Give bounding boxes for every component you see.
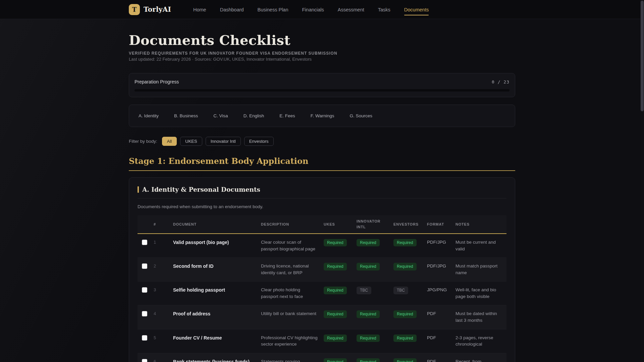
brand-name: TorlyAI bbox=[144, 5, 171, 13]
badge-envestors-required: Required bbox=[393, 263, 417, 270]
filter-button-ukes[interactable]: UKES bbox=[180, 137, 202, 146]
ukes-requirement-cell: Required bbox=[324, 263, 357, 270]
document-format: PDF/JPG bbox=[427, 239, 455, 246]
progress-label: Preparation Progress bbox=[135, 79, 179, 84]
document-notes: Recent, from bbox=[455, 358, 506, 362]
nav-item-tasks[interactable]: Tasks bbox=[378, 1, 390, 18]
document-name: Selfie holding passport bbox=[173, 287, 261, 293]
section-title: A. Identity & Personal Documents bbox=[142, 186, 260, 193]
ukes-requirement-cell: Required bbox=[324, 310, 357, 318]
row-number: 2 bbox=[154, 263, 173, 269]
document-description: Utility bill or bank statement bbox=[261, 310, 324, 317]
column-header-description: DESCRIPTION bbox=[261, 218, 324, 231]
column-header-notes: NOTES bbox=[455, 218, 506, 231]
document-notes: Must be dated within last 3 months bbox=[455, 310, 506, 323]
progress-counter: 0 / 23 bbox=[492, 79, 509, 84]
badge-innovator-intl-required: Required bbox=[357, 263, 380, 270]
nav-item-home[interactable]: Home bbox=[193, 1, 206, 18]
badge-envestors-required: Required bbox=[393, 358, 417, 362]
badge-envestors-tbc: TBC bbox=[393, 287, 408, 294]
filter-button-all[interactable]: All bbox=[162, 137, 177, 146]
section-accent-bar bbox=[138, 186, 139, 193]
top-navbar: T TorlyAI HomeDashboardBusiness PlanFina… bbox=[0, 0, 644, 19]
badge-envestors-required: Required bbox=[393, 335, 417, 342]
page-title: Documents Checklist bbox=[129, 32, 515, 48]
scrollbar-thumb[interactable] bbox=[641, 1, 644, 111]
tab-a-identity[interactable]: A. Identity bbox=[139, 113, 159, 118]
document-notes: Must be current and valid bbox=[455, 239, 506, 252]
badge-innovator-intl-required: Required bbox=[357, 239, 380, 246]
document-checkbox[interactable] bbox=[142, 287, 147, 293]
filter-button-innovator-intl[interactable]: Innovator Intl bbox=[206, 137, 241, 146]
header-checkbox-col bbox=[138, 221, 154, 228]
checkbox-cell bbox=[138, 287, 154, 293]
document-checkbox[interactable] bbox=[142, 359, 147, 362]
tab-f-warnings[interactable]: F. Warnings bbox=[311, 113, 334, 118]
document-format: PDF bbox=[427, 335, 455, 341]
table-row: 5Founder CV / ResumeProfessional CV high… bbox=[138, 329, 506, 353]
innovator-intl-requirement-cell: Required bbox=[357, 263, 393, 270]
documents-table: #DOCUMENTDESCRIPTIONUKESINNOVATOR INTLEN… bbox=[138, 215, 506, 362]
nav-item-documents[interactable]: Documents bbox=[404, 1, 429, 18]
document-checkbox[interactable] bbox=[142, 263, 147, 269]
nav-links: HomeDashboardBusiness PlanFinancialsAsse… bbox=[193, 1, 429, 18]
nav-item-dashboard[interactable]: Dashboard bbox=[220, 1, 244, 18]
document-notes: Must match passport name bbox=[455, 263, 506, 276]
innovator-intl-requirement-cell: TBC bbox=[357, 287, 393, 294]
tab-b-business[interactable]: B. Business bbox=[174, 113, 198, 118]
nav-item-business-plan[interactable]: Business Plan bbox=[258, 1, 288, 18]
table-row: 3Selfie holding passportClear photo hold… bbox=[138, 282, 506, 305]
document-checkbox[interactable] bbox=[142, 240, 147, 245]
row-number: 3 bbox=[154, 287, 173, 293]
badge-ukes-required: Required bbox=[324, 358, 347, 362]
tab-e-fees[interactable]: E. Fees bbox=[279, 113, 295, 118]
checkbox-cell bbox=[138, 263, 154, 269]
table-row: 1Valid passport (bio page)Clear colour s… bbox=[138, 234, 506, 258]
document-format: PDF bbox=[427, 358, 455, 362]
document-name: Valid passport (bio page) bbox=[173, 239, 261, 246]
badge-ukes-required: Required bbox=[324, 310, 347, 318]
badge-envestors-required: Required bbox=[393, 239, 417, 246]
envestors-requirement-cell: Required bbox=[393, 263, 427, 270]
progress-card: Preparation Progress 0 / 23 bbox=[129, 73, 515, 97]
document-checkbox[interactable] bbox=[142, 311, 147, 316]
tab-c-visa[interactable]: C. Visa bbox=[213, 113, 228, 118]
badge-ukes-required: Required bbox=[324, 335, 347, 342]
scrollbar[interactable] bbox=[640, 0, 644, 362]
badge-innovator-intl-required: Required bbox=[357, 310, 380, 318]
innovator-intl-requirement-cell: Required bbox=[357, 310, 393, 318]
document-checkbox[interactable] bbox=[142, 335, 147, 341]
section-card-identity: A. Identity & Personal Documents Documen… bbox=[129, 177, 515, 362]
checkbox-cell bbox=[138, 335, 154, 341]
progress-bar bbox=[135, 89, 509, 92]
envestors-requirement-cell: Required bbox=[393, 358, 427, 362]
tab-d-english[interactable]: D. English bbox=[244, 113, 264, 118]
nav-item-financials[interactable]: Financials bbox=[302, 1, 324, 18]
checkbox-cell bbox=[138, 358, 154, 362]
table-row: 6Bank statements (business funds)Stateme… bbox=[138, 353, 506, 362]
innovator-intl-requirement-cell: Required bbox=[357, 335, 393, 342]
innovator-intl-requirement-cell: Required bbox=[357, 358, 393, 362]
badge-innovator-intl-required: Required bbox=[357, 358, 380, 362]
ukes-requirement-cell: Required bbox=[324, 239, 357, 246]
tab-g-sources[interactable]: G. Sources bbox=[350, 113, 372, 118]
document-description: Clear colour scan of passport biographic… bbox=[261, 239, 324, 252]
badge-innovator-intl-tbc: TBC bbox=[357, 287, 371, 294]
section-description: Documents required when submitting to an… bbox=[138, 204, 506, 209]
brand[interactable]: T TorlyAI bbox=[129, 4, 171, 15]
table-row: 2Second form of IDDriving licence, natio… bbox=[138, 258, 506, 282]
brand-logo-icon: T bbox=[129, 4, 140, 15]
table-body: 1Valid passport (bio page)Clear colour s… bbox=[138, 234, 506, 362]
ukes-requirement-cell: Required bbox=[324, 335, 357, 342]
document-description: Driving licence, national identity card,… bbox=[261, 263, 324, 276]
filter-button-envestors[interactable]: Envestors bbox=[244, 137, 274, 146]
document-name: Second form of ID bbox=[173, 263, 261, 269]
column-header-: # bbox=[154, 218, 173, 231]
envestors-requirement-cell: Required bbox=[393, 335, 427, 342]
page-subtitle: VERIFIED REQUIREMENTS FOR UK INNOVATOR F… bbox=[129, 51, 515, 56]
document-format: PDF bbox=[427, 310, 455, 317]
ukes-requirement-cell: Required bbox=[324, 287, 357, 294]
nav-item-assessment[interactable]: Assessment bbox=[338, 1, 364, 18]
document-name: Proof of address bbox=[173, 310, 261, 317]
column-header-innovator-intl: INNOVATOR INTL bbox=[357, 215, 393, 233]
